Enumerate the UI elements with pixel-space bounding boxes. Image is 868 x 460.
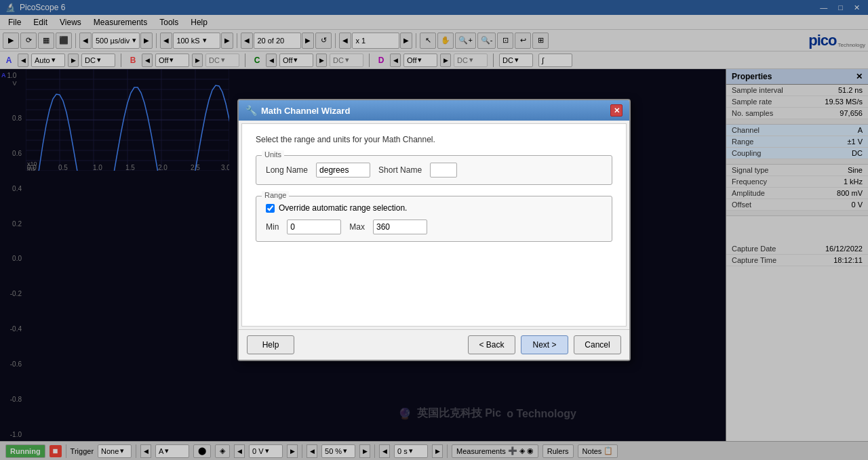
units-section: Units Long Name Short Name: [256, 155, 612, 185]
units-section-title: Units: [262, 150, 284, 159]
range-section: Range Override automatic range selection…: [256, 196, 612, 242]
min-input[interactable]: [287, 219, 341, 234]
dialog-titlebar: 🔧 Math Channel Wizard ✕: [239, 100, 629, 121]
max-label: Max: [349, 222, 365, 232]
dialog-overlay: 🔧 Math Channel Wizard ✕ Select the range…: [0, 0, 868, 460]
dialog-action-buttons: < Back Next > Cancel: [468, 335, 621, 354]
override-checkbox-label: Override automatic range selection.: [266, 203, 407, 213]
dialog-body: Select the range and units for your Math…: [241, 123, 627, 327]
range-section-title: Range: [262, 191, 289, 199]
next-button[interactable]: Next >: [521, 335, 568, 354]
override-checkbox[interactable]: [266, 204, 275, 213]
dialog-close-button[interactable]: ✕: [610, 104, 623, 117]
minmax-row: Min Max: [266, 219, 602, 234]
min-label: Min: [266, 222, 279, 232]
max-input[interactable]: [373, 219, 427, 234]
dialog-description: Select the range and units for your Math…: [256, 135, 612, 144]
dialog-title-text: Math Channel Wizard: [261, 106, 350, 116]
dialog-title-group: 🔧 Math Channel Wizard: [245, 105, 350, 116]
dialog-footer: Help < Back Next > Cancel: [239, 329, 629, 360]
override-row: Override automatic range selection.: [266, 203, 602, 213]
long-name-label: Long Name: [266, 165, 308, 175]
help-button[interactable]: Help: [247, 335, 294, 354]
back-button[interactable]: < Back: [468, 335, 515, 354]
cancel-button[interactable]: Cancel: [574, 335, 621, 354]
math-channel-wizard-dialog: 🔧 Math Channel Wizard ✕ Select the range…: [237, 99, 631, 361]
units-row: Long Name Short Name: [266, 163, 602, 177]
long-name-input[interactable]: [316, 163, 370, 177]
short-name-input[interactable]: [430, 163, 457, 177]
wizard-icon: 🔧: [245, 105, 257, 116]
short-name-label: Short Name: [378, 165, 422, 175]
